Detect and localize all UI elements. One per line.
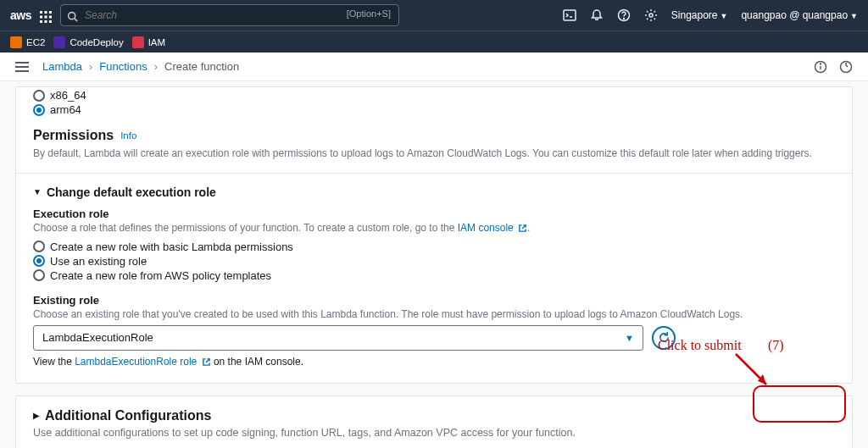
existing-role-label: Existing role — [33, 294, 835, 307]
additional-config-desc: Use additional configurations to set up … — [33, 427, 835, 439]
external-link-icon — [518, 222, 527, 234]
region-selector[interactable]: Singapore▼ — [671, 9, 728, 21]
aws-logo[interactable]: aws — [10, 8, 31, 22]
divider — [16, 173, 852, 174]
search-icon — [67, 9, 78, 22]
svc-label: EC2 — [26, 37, 45, 47]
svg-rect-5 — [49, 15, 52, 18]
svc-iam[interactable]: IAM — [132, 36, 165, 48]
main-content: x86_64 arm64 Permissions Info By default… — [0, 81, 868, 448]
existing-role-desc: Choose an existing role that you've crea… — [33, 308, 835, 320]
svg-point-15 — [649, 14, 653, 17]
codedeploy-icon — [53, 36, 65, 48]
exec-role-desc-prefix: Choose a role that defines the permissio… — [33, 222, 458, 234]
external-link-icon — [202, 356, 211, 368]
svg-rect-6 — [40, 20, 42, 23]
svg-point-9 — [69, 13, 75, 19]
svg-rect-11 — [564, 10, 576, 20]
aws-logo-text: aws — [10, 8, 31, 22]
caret-down-icon: ▼ — [721, 12, 728, 20]
permissions-title: Permissions — [33, 128, 114, 143]
svg-point-14 — [623, 19, 624, 19]
basic-info-card: x86_64 arm64 Permissions Info By default… — [15, 86, 853, 384]
svg-point-21 — [821, 64, 821, 64]
view-role-row: View the LambdaExecutionRole role on the… — [33, 356, 835, 368]
breadcrumb-sep: › — [89, 60, 92, 73]
iam-icon — [132, 36, 144, 48]
help-icon[interactable] — [617, 8, 631, 23]
role-opt-new[interactable]: Create a new role with basic Lambda perm… — [33, 241, 835, 253]
permissions-desc: By default, Lambda will create an execut… — [33, 147, 835, 161]
svg-rect-4 — [44, 15, 47, 18]
svc-codedeploy[interactable]: CodeDeploy — [53, 36, 123, 48]
svg-rect-3 — [40, 15, 42, 18]
arch-arm64-row[interactable]: arm64 — [33, 103, 835, 116]
svc-label: IAM — [148, 37, 165, 47]
iam-console-link-text: IAM console — [458, 222, 514, 234]
caret-down-icon: ▼ — [850, 12, 858, 20]
view-role-prefix: View the — [33, 356, 75, 368]
existing-role-value: LambdaExecutionRole — [42, 331, 153, 344]
role-opt-existing[interactable]: Use an existing role — [33, 255, 835, 268]
exec-role-expander[interactable]: ▼ Change default execution role — [33, 185, 835, 199]
info-panel-icon[interactable] — [814, 59, 827, 74]
exec-role-desc-suffix: . — [527, 222, 530, 234]
refresh-roles-button[interactable] — [652, 326, 676, 350]
radio-icon — [33, 255, 45, 267]
svc-label: CodeDeploy — [70, 37, 123, 47]
notifications-icon[interactable] — [590, 8, 604, 23]
radio-icon — [33, 269, 45, 281]
permissions-info-link[interactable]: Info — [120, 130, 136, 141]
region-label: Singapore — [671, 9, 718, 21]
svc-ec2[interactable]: EC2 — [10, 36, 45, 48]
permissions-heading: Permissions Info — [33, 128, 835, 143]
role-opt-template-label: Create a new role from AWS policy templa… — [50, 269, 271, 282]
settings-icon[interactable] — [644, 8, 658, 23]
breadcrumb-functions[interactable]: Functions — [99, 60, 147, 73]
caret-down-icon: ▼ — [33, 187, 42, 196]
breadcrumb-sep: › — [154, 60, 158, 73]
exec-role-expander-title: Change default execution role — [47, 185, 216, 199]
ec2-icon — [10, 36, 22, 48]
additional-config-card: ▶ Additional Configurations Use addition… — [15, 395, 853, 448]
svg-rect-8 — [49, 20, 52, 23]
role-opt-new-label: Create a new role with basic Lambda perm… — [50, 241, 293, 253]
svg-rect-2 — [49, 11, 52, 14]
view-role-link-text: LambdaExecutionRole role — [75, 356, 197, 368]
iam-console-link[interactable]: IAM console — [458, 222, 527, 234]
caret-right-icon: ▶ — [33, 411, 40, 420]
exec-role-desc: Choose a role that defines the permissio… — [33, 222, 835, 234]
account-label: quangpao @ quangpao — [741, 9, 848, 21]
global-nav: aws [Option+S] Singapore▼ quangpao @ qua… — [0, 0, 868, 30]
breadcrumb-current: Create function — [164, 60, 239, 73]
caret-down-icon: ▼ — [625, 333, 634, 343]
search-hotkey: [Option+S] — [347, 8, 391, 19]
svg-rect-1 — [44, 11, 47, 14]
svg-rect-0 — [40, 11, 42, 14]
exec-role-label: Execution role — [33, 207, 835, 220]
hamburger-icon[interactable] — [15, 60, 29, 74]
additional-config-title: Additional Configurations — [45, 408, 211, 423]
svg-rect-7 — [44, 20, 47, 23]
existing-role-select[interactable]: LambdaExecutionRole ▼ — [33, 325, 643, 351]
arch-x86-row[interactable]: x86_64 — [33, 89, 835, 102]
view-role-suffix: on the IAM console. — [211, 356, 303, 368]
services-grid-icon[interactable] — [40, 9, 52, 21]
existing-role-row: LambdaExecutionRole ▼ — [33, 325, 835, 351]
preferences-icon[interactable] — [839, 59, 853, 74]
role-opt-existing-label: Use an existing role — [50, 255, 147, 268]
nav-icons: Singapore▼ quangpao @ quangpao▼ — [563, 8, 858, 23]
arch-arm64-label: arm64 — [50, 103, 81, 116]
arch-x86-label: x86_64 — [50, 89, 86, 102]
role-opt-template[interactable]: Create a new role from AWS policy templa… — [33, 269, 835, 282]
breadcrumb-row: Lambda › Functions › Create function — [0, 53, 868, 81]
cloudshell-icon[interactable] — [563, 8, 576, 23]
view-role-link[interactable]: LambdaExecutionRole role — [75, 356, 210, 368]
radio-icon — [33, 241, 45, 252]
account-menu[interactable]: quangpao @ quangpao▼ — [741, 9, 858, 21]
svg-line-10 — [75, 19, 77, 21]
radio-icon — [33, 104, 45, 116]
global-search: [Option+S] — [60, 4, 399, 26]
breadcrumb-lambda[interactable]: Lambda — [42, 60, 82, 73]
additional-config-expander[interactable]: ▶ Additional Configurations — [33, 408, 835, 423]
